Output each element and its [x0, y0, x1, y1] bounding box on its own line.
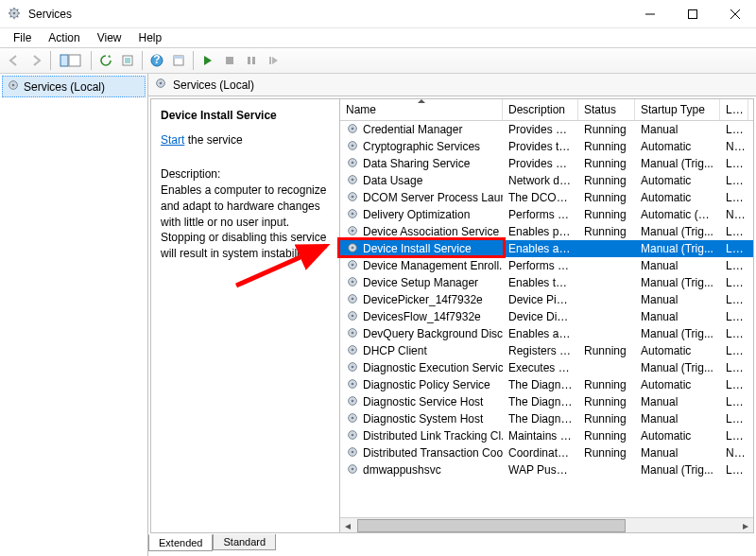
gear-icon [346, 139, 359, 155]
cell-status: Running [578, 377, 635, 392]
cell-logon: Loc [720, 377, 748, 392]
maximize-button[interactable] [671, 0, 713, 28]
service-row[interactable]: Distributed Link Tracking Cl...Maintains… [340, 427, 753, 444]
cell-logon: Loc [720, 156, 748, 171]
console-tree-pane[interactable]: Services (Local) [0, 74, 148, 556]
cell-description: Enables a c... [503, 241, 578, 256]
cell-logon: Net [720, 445, 748, 460]
show-hide-tree-button[interactable] [55, 50, 87, 71]
cell-logon: Loc [720, 462, 748, 478]
cell-status [578, 299, 635, 301]
col-header-description[interactable]: Description [503, 99, 578, 120]
pause-service-button[interactable] [241, 50, 262, 71]
service-row[interactable]: Distributed Transaction Coo...Coordinate… [340, 444, 753, 461]
cell-description: Performs co... [503, 207, 578, 222]
cell-startup-type: Manual (Trig... [635, 462, 720, 478]
cell-startup-type: Manual [635, 445, 720, 460]
cell-description: The Diagno... [503, 377, 578, 392]
cell-description: Network da... [503, 173, 578, 188]
service-row[interactable]: DevicesFlow_14f7932eDevice Disc...Manual… [340, 308, 753, 325]
cell-name: DevQuery Background Disc... [340, 325, 503, 343]
service-row[interactable]: Diagnostic Service HostThe Diagno...Runn… [340, 393, 753, 410]
nav-back-button[interactable] [4, 50, 25, 71]
start-service-link[interactable]: Start [161, 133, 184, 147]
right-pane-title: Services (Local) [173, 78, 254, 92]
refresh-button[interactable] [95, 50, 116, 71]
service-row[interactable]: dmwappushsvcWAP Push ...Manual (Trig...L… [340, 461, 753, 478]
col-header-logon[interactable]: Log [720, 99, 748, 120]
service-row[interactable]: DevQuery Background Disc...Enables app..… [340, 325, 753, 342]
minimize-button[interactable] [628, 0, 671, 28]
main-area: Services (Local) Services (Local) Device… [0, 74, 756, 556]
service-row[interactable]: Device Install ServiceEnables a c...Manu… [340, 240, 753, 257]
cell-status: Running [578, 173, 635, 188]
cell-startup-type: Automatic [635, 343, 720, 358]
gear-icon [346, 411, 359, 427]
service-row[interactable]: DevicePicker_14f7932eDevice PickerManual… [340, 291, 753, 308]
cell-status: Running [578, 428, 635, 443]
svg-point-34 [352, 161, 354, 164]
tab-standard[interactable]: Standard [213, 534, 276, 550]
horizontal-scrollbar[interactable]: ◂ ▸ [340, 517, 753, 532]
service-row[interactable]: Delivery OptimizationPerforms co...Runni… [340, 206, 753, 223]
export-list-button[interactable] [117, 50, 138, 71]
menu-action[interactable]: Action [41, 29, 87, 46]
service-row[interactable]: Device Management Enroll...Performs D...… [340, 257, 753, 274]
toolbar-separator [142, 51, 143, 70]
col-header-status[interactable]: Status [578, 99, 635, 120]
gear-icon [346, 173, 359, 189]
menu-file[interactable]: File [6, 29, 39, 46]
gear-icon [346, 394, 359, 410]
stop-service-button[interactable] [219, 50, 240, 71]
description-text: Enables a computer to recognize and adap… [161, 182, 330, 262]
service-row[interactable]: DCOM Server Process Laun...The DCOM...Ru… [340, 189, 753, 206]
menu-view[interactable]: View [90, 29, 129, 46]
col-header-name[interactable]: Name [340, 99, 503, 120]
help-button[interactable]: ? [146, 50, 167, 71]
gear-icon [346, 224, 359, 240]
svg-point-44 [352, 246, 354, 249]
service-row[interactable]: Diagnostic Policy ServiceThe Diagno...Ru… [340, 376, 753, 393]
tree-node-services-local[interactable]: Services (Local) [2, 76, 146, 97]
cell-startup-type: Manual (Trig... [635, 360, 720, 375]
service-row[interactable]: Credential ManagerProvides se...RunningM… [340, 121, 753, 138]
scroll-right-icon[interactable]: ▸ [738, 519, 753, 532]
list-body[interactable]: Credential ManagerProvides se...RunningM… [340, 121, 753, 517]
scrollbar-thumb[interactable] [357, 519, 626, 532]
start-service-line: Start the service [161, 133, 330, 147]
cell-name: DCOM Server Process Laun... [340, 189, 503, 207]
svg-point-66 [352, 433, 354, 436]
service-row[interactable]: DHCP ClientRegisters an...RunningAutomat… [340, 342, 753, 359]
menu-help[interactable]: Help [131, 29, 170, 46]
cell-description: Enables pair... [503, 224, 578, 239]
nav-forward-button[interactable] [26, 50, 46, 71]
tab-extended[interactable]: Extended [148, 534, 213, 551]
cell-startup-type: Automatic [635, 377, 720, 392]
cell-startup-type: Manual (Trig... [635, 156, 720, 171]
service-row[interactable]: Diagnostic System HostThe Diagno...Runni… [340, 410, 753, 427]
service-row[interactable]: Device Association ServiceEnables pair..… [340, 223, 753, 240]
gear-icon [346, 207, 359, 223]
service-row[interactable]: Data Sharing ServiceProvides da...Runnin… [340, 155, 753, 172]
tree-node-label: Services (Local) [24, 80, 105, 94]
start-service-button[interactable] [198, 50, 218, 71]
svg-point-58 [352, 365, 354, 368]
close-button[interactable] [713, 0, 756, 28]
service-row[interactable]: Device Setup ManagerEnables the ...Manua… [340, 274, 753, 291]
cell-name: dmwappushsvc [340, 461, 503, 479]
cell-status: Running [578, 156, 635, 171]
service-row[interactable]: Cryptographic ServicesProvides thr...Run… [340, 138, 753, 155]
cell-startup-type: Automatic (D... [635, 207, 720, 222]
scroll-left-icon[interactable]: ◂ [340, 519, 355, 532]
restart-service-button[interactable] [263, 50, 284, 71]
properties-button[interactable] [168, 50, 189, 71]
cell-description: The Diagno... [503, 394, 578, 409]
service-row[interactable]: Data UsageNetwork da...RunningAutomaticL… [340, 172, 753, 189]
svg-line-9 [10, 16, 11, 17]
toolbar-separator [193, 51, 194, 70]
cell-name: Device Association Service [340, 223, 503, 241]
service-row[interactable]: Diagnostic Execution ServiceExecutes dia… [340, 359, 753, 376]
col-header-startup-type[interactable]: Startup Type [635, 99, 720, 120]
svg-rect-23 [252, 57, 255, 64]
cell-name: Diagnostic Execution Service [340, 359, 503, 377]
